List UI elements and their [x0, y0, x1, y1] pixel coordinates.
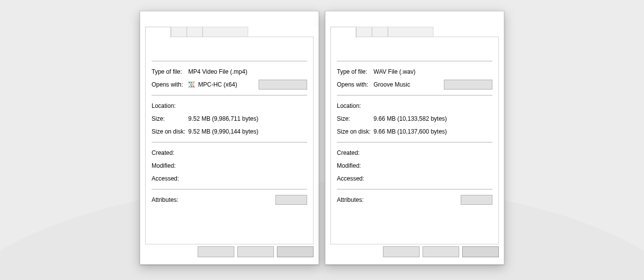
label-type-of-file: Type of file: — [337, 68, 374, 75]
row-attributes: Attributes: — [337, 193, 492, 206]
row-attributes: Attributes: — [152, 193, 307, 206]
tab-2[interactable] — [171, 27, 187, 37]
label-type-of-file: Type of file: — [152, 68, 188, 75]
tab-4[interactable] — [388, 27, 433, 37]
tab-strip — [140, 26, 319, 37]
label-size: Size: — [152, 115, 188, 122]
value-type-of-file: WAV File (.wav) — [374, 68, 492, 75]
label-location: Location: — [337, 102, 374, 109]
value-size-on-disk: 9.66 MB (10,137,600 bytes) — [374, 128, 492, 135]
titlebar[interactable] — [140, 11, 319, 26]
row-size-on-disk: Size on disk: 9.52 MB (9,990,144 bytes) — [152, 125, 307, 138]
row-type-of-file: Type of file: MP4 Video File (.mp4) — [152, 65, 307, 78]
label-created: Created: — [337, 149, 374, 156]
value-opens-with: Groove Music — [374, 81, 410, 88]
properties-dialog-wav: Type of file: WAV File (.wav) Opens with… — [325, 11, 504, 265]
value-size-on-disk: 9.52 MB (9,990,144 bytes) — [188, 128, 307, 135]
row-size: Size: 9.52 MB (9,986,711 bytes) — [152, 112, 307, 125]
row-modified: Modified: — [337, 159, 492, 172]
svg-rect-6 — [193, 86, 194, 87]
row-size: Size: 9.66 MB (10,133,582 bytes) — [337, 112, 492, 125]
row-created: Created: — [152, 146, 307, 159]
row-size-on-disk: Size on disk: 9.66 MB (10,137,600 bytes) — [337, 125, 492, 138]
row-opens-with: Opens with: Groove Music — [337, 78, 492, 91]
svg-rect-4 — [189, 86, 190, 87]
value-type-of-file: MP4 Video File (.mp4) — [188, 68, 307, 75]
tab-general[interactable] — [145, 27, 171, 38]
advanced-attributes-button[interactable] — [275, 195, 307, 205]
label-created: Created: — [152, 149, 188, 156]
row-modified: Modified: — [152, 159, 307, 172]
dialog-footer — [325, 244, 504, 264]
row-created: Created: — [337, 146, 492, 159]
dialogs-container: Type of file: MP4 Video File (.mp4) Open… — [140, 11, 504, 265]
label-attributes: Attributes: — [152, 196, 188, 203]
apply-button[interactable] — [277, 246, 314, 257]
tab-2[interactable] — [356, 27, 372, 37]
cancel-button[interactable] — [237, 246, 274, 257]
label-location: Location: — [152, 102, 188, 109]
row-location: Location: — [337, 99, 492, 112]
label-modified: Modified: — [337, 162, 374, 169]
value-size: 9.52 MB (9,986,711 bytes) — [188, 115, 307, 122]
dialog-footer — [140, 244, 319, 264]
tab-strip — [325, 26, 504, 37]
row-accessed: Accessed: — [152, 172, 307, 185]
tab-panel-general: Type of file: MP4 Video File (.mp4) Open… — [145, 37, 314, 244]
advanced-attributes-button[interactable] — [461, 195, 492, 205]
label-accessed: Accessed: — [152, 175, 188, 182]
mpc-hc-icon: 321 — [188, 81, 195, 88]
tab-3[interactable] — [187, 27, 203, 37]
value-size: 9.66 MB (10,133,582 bytes) — [374, 115, 492, 122]
svg-rect-5 — [191, 86, 192, 87]
change-opens-with-button[interactable] — [444, 80, 492, 90]
label-opens-with: Opens with: — [152, 81, 188, 88]
ok-button[interactable] — [198, 246, 234, 257]
tab-4[interactable] — [203, 27, 248, 37]
properties-dialog-mp4: Type of file: MP4 Video File (.mp4) Open… — [140, 11, 319, 265]
row-accessed: Accessed: — [337, 172, 492, 185]
tab-general[interactable] — [330, 27, 356, 38]
label-size-on-disk: Size on disk: — [337, 128, 374, 135]
label-attributes: Attributes: — [337, 196, 374, 203]
tab-3[interactable] — [372, 27, 388, 37]
label-size: Size: — [337, 115, 374, 122]
titlebar[interactable] — [325, 11, 504, 26]
row-location: Location: — [152, 99, 307, 112]
apply-button[interactable] — [462, 246, 499, 257]
label-opens-with: Opens with: — [337, 81, 374, 88]
value-opens-with: MPC-HC (x64) — [198, 81, 237, 88]
label-accessed: Accessed: — [337, 175, 374, 182]
change-opens-with-button[interactable] — [259, 80, 307, 90]
row-opens-with: Opens with: 321 — [152, 78, 307, 91]
cancel-button[interactable] — [423, 246, 459, 257]
ok-button[interactable] — [383, 246, 420, 257]
row-type-of-file: Type of file: WAV File (.wav) — [337, 65, 492, 78]
svg-text:321: 321 — [190, 83, 194, 86]
label-size-on-disk: Size on disk: — [152, 128, 188, 135]
tab-panel-general: Type of file: WAV File (.wav) Opens with… — [330, 37, 499, 244]
label-modified: Modified: — [152, 162, 188, 169]
